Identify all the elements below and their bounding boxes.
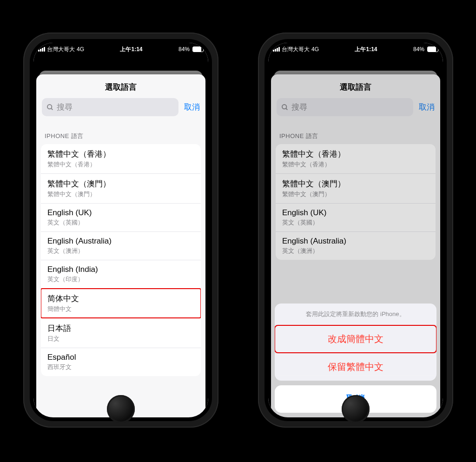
signal-icon [38,47,45,52]
lang-sub: 英文（印度） [47,275,194,284]
lang-sub: 日文 [47,335,194,343]
lang-title: 繁體中文（澳門） [47,178,194,189]
language-modal: 選取語言 搜尋 取消 IPHONE 語言 繁體中文（香港） 繁體中文（香港） [271,74,440,417]
home-button[interactable] [107,395,135,423]
search-cancel-button[interactable]: 取消 [184,102,200,112]
lang-title: English (Australia) [47,237,194,246]
screen-left: 台灣大哥大 4G 上午1:14 84% 選取語言 搜尋 [33,43,208,417]
lang-sub: 簡體中文 [47,305,194,313]
list-item[interactable]: English (Australia) 英文（澳洲） [41,232,201,260]
search-input[interactable]: 搜尋 [42,98,178,116]
network-label: 4G [311,46,319,53]
screen-right: 台灣大哥大 4G 上午1:14 84% 選取語言 搜尋 [268,43,443,417]
carrier-label: 台灣大哥大 [47,46,75,53]
lang-sub: 西班牙文 [47,363,194,371]
lang-title: 简体中文 [47,293,194,304]
list-item[interactable]: Español 西班牙文 [41,348,201,376]
language-list: 繁體中文（香港） 繁體中文（香港） 繁體中文（澳門） 繁體中文（澳門） Engl… [41,144,201,376]
list-item[interactable]: English (India) 英文（印度） [41,260,201,289]
lang-title: 繁體中文（香港） [47,149,194,159]
language-modal: 選取語言 搜尋 取消 IPHONE 語言 繁體中文（香港） 繁體中文（香港） [36,74,205,417]
action-sheet-note: 套用此設定將重新啟動您的 iPhone。 [275,304,436,325]
list-item[interactable]: 日本語 日文 [41,318,201,348]
phone-mockup-right: 台灣大哥大 4G 上午1:14 84% 選取語言 搜尋 [258,33,453,428]
carrier-label: 台灣大哥大 [282,46,310,53]
status-bar: 台灣大哥大 4G 上午1:14 84% [268,43,443,56]
lang-sub: 英文（英國） [47,218,194,227]
action-sheet-group: 套用此設定將重新啟動您的 iPhone。 改成簡體中文 保留繁體中文 [275,304,436,381]
lang-title: Español [47,353,194,362]
list-item[interactable]: 繁體中文（香港） 繁體中文（香港） [41,144,201,174]
signal-icon [273,47,280,52]
search-icon [46,104,54,111]
lang-sub: 繁體中文（澳門） [47,190,194,198]
status-time: 上午1:14 [355,46,377,53]
home-button[interactable] [342,395,370,423]
phone-mockup-left: 台灣大哥大 4G 上午1:14 84% 選取語言 搜尋 [23,33,218,428]
modal-title: 選取語言 [36,74,205,98]
svg-line-1 [51,108,53,110]
status-time: 上午1:14 [120,46,142,53]
change-language-button[interactable]: 改成簡體中文 [275,325,436,353]
list-item-simplified-chinese[interactable]: 简体中文 簡體中文 [41,289,201,318]
lang-sub: 繁體中文（香港） [47,160,194,169]
section-header: IPHONE 語言 [36,121,205,144]
svg-point-0 [47,105,52,109]
keep-language-button[interactable]: 保留繁體中文 [275,353,436,381]
search-placeholder: 搜尋 [57,102,73,112]
lang-title: English (UK) [47,208,194,218]
battery-icon [427,46,438,52]
battery-pct: 84% [413,46,424,53]
lang-sub: 英文（澳洲） [47,247,194,255]
battery-pct: 84% [178,46,190,53]
battery-icon [192,46,204,52]
network-label: 4G [77,46,84,53]
lang-title: 日本語 [47,323,194,334]
list-item[interactable]: English (UK) 英文（英國） [41,204,201,232]
lang-title: English (India) [47,265,194,274]
list-item[interactable]: 繁體中文（澳門） 繁體中文（澳門） [41,174,201,204]
status-bar: 台灣大哥大 4G 上午1:14 84% [33,43,208,56]
